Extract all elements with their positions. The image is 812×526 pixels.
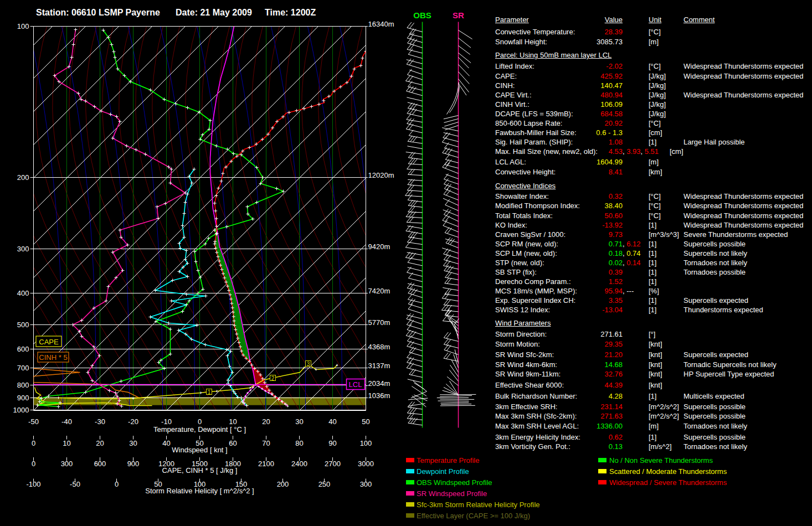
- svg-text:2700: 2700: [325, 460, 341, 468]
- svg-text:OBS: OBS: [413, 11, 431, 20]
- svg-text:2400: 2400: [291, 460, 307, 468]
- svg-text:-50: -50: [70, 480, 80, 488]
- svg-text:0: 0: [32, 460, 35, 468]
- svg-text:300: 300: [360, 480, 372, 488]
- svg-text:200: 200: [277, 480, 289, 488]
- svg-text:CAPE, CINH * 5 [ J/kg ]: CAPE, CINH * 5 [ J/kg ]: [162, 466, 238, 475]
- svg-text:900: 900: [127, 460, 140, 468]
- svg-text:300: 300: [61, 460, 73, 468]
- svg-text:-100: -100: [26, 480, 40, 488]
- svg-text:SR: SR: [453, 11, 464, 20]
- svg-text:0: 0: [115, 480, 119, 488]
- svg-text:600: 600: [94, 460, 106, 468]
- svg-text:250: 250: [318, 480, 331, 488]
- svg-text:Storm Relative Helicity [ m^2: Storm Relative Helicity [ m^2/s^2 ]: [145, 487, 254, 495]
- svg-text:3000: 3000: [358, 460, 374, 468]
- svg-text:2100: 2100: [258, 460, 274, 468]
